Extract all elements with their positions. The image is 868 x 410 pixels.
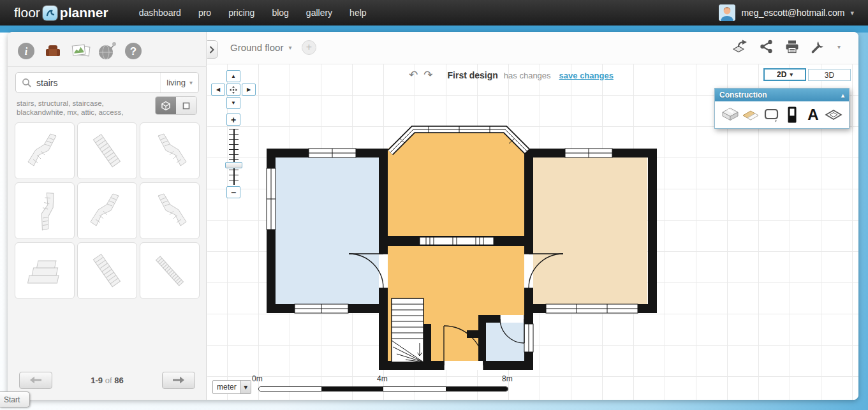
text-tool[interactable]: A xyxy=(804,104,823,126)
app-logo[interactable]: floor planner xyxy=(14,5,108,20)
view-3d-toggle[interactable] xyxy=(156,97,176,114)
pagination-of: of xyxy=(105,376,112,385)
export-icon[interactable] xyxy=(732,40,747,54)
view-3d-label: 3D xyxy=(825,71,834,80)
library-tabs: i ? xyxy=(17,37,143,65)
view-3d-button[interactable]: 3D xyxy=(808,69,851,81)
room-tool[interactable] xyxy=(721,104,740,126)
chevron-down-icon: ▾ xyxy=(790,71,793,78)
window xyxy=(546,304,638,313)
search-tags[interactable]: stairs, structural, staircase, blackandw… xyxy=(17,99,147,117)
stair-thumbnail-winder-left[interactable] xyxy=(15,122,75,179)
floor-selector[interactable]: Ground floor ▾ xyxy=(230,42,291,53)
room-left[interactable] xyxy=(271,153,383,309)
nav-dashboard[interactable]: dashboard xyxy=(139,8,181,18)
design-canvas: Ground floor ▾ + ▾ xyxy=(207,32,858,400)
search-icon xyxy=(22,78,32,88)
app-logo-icon xyxy=(43,6,57,20)
door-tool[interactable] xyxy=(783,104,802,126)
top-navbar: floor planner dashboard pro pricing blog… xyxy=(0,0,868,26)
info-icon[interactable]: i xyxy=(17,41,36,61)
nav-pro[interactable]: pro xyxy=(198,8,211,18)
stair-thumbnail-wide[interactable] xyxy=(15,242,75,299)
category-value: living xyxy=(166,78,186,87)
zoom-in-button[interactable]: + xyxy=(226,113,240,126)
window xyxy=(295,304,348,313)
pan-center-button[interactable] xyxy=(226,84,240,96)
scale-label-0: 0m xyxy=(252,374,263,383)
stairs[interactable] xyxy=(392,298,423,362)
view-2d-button[interactable]: 2D ▾ xyxy=(763,68,806,81)
stair-thumbnail-straight[interactable] xyxy=(77,122,137,179)
pan-right-button[interactable]: ▶ xyxy=(242,84,256,96)
svg-text:?: ? xyxy=(130,45,136,57)
stair-thumbnail-winder-right[interactable] xyxy=(140,122,200,179)
settings-wrench-icon[interactable] xyxy=(811,40,825,54)
more-actions-dropdown[interactable]: ▾ xyxy=(837,43,841,50)
save-changes-link[interactable]: save changes xyxy=(559,71,614,80)
undo-icon[interactable]: ↶ xyxy=(409,70,418,81)
pan-zoom-controls: ▲ ◀ ▶ ▼ + − xyxy=(211,70,257,204)
dimension-tool[interactable] xyxy=(824,104,843,126)
pan-left-button[interactable]: ◀ xyxy=(211,84,225,96)
pagination-label: 1-9 of 86 xyxy=(8,376,207,385)
start-button[interactable]: Start xyxy=(0,392,30,407)
nav-gallery[interactable]: gallery xyxy=(306,8,332,18)
print-icon[interactable] xyxy=(785,40,799,54)
thumbnail-view-toggle xyxy=(155,96,197,115)
furniture-icon[interactable] xyxy=(43,41,63,61)
room-top-middle[interactable] xyxy=(383,128,529,240)
account-menu[interactable]: meg_escott@hotmail.com ▾ xyxy=(719,0,854,26)
pagination-range: 1-9 xyxy=(91,376,103,385)
globe-icon[interactable] xyxy=(97,41,116,61)
nav-help[interactable]: help xyxy=(349,8,366,18)
window xyxy=(309,149,356,157)
room-wc[interactable] xyxy=(482,323,524,363)
window xyxy=(565,149,612,157)
window xyxy=(267,168,276,230)
sidebar-collapse-pill[interactable] xyxy=(207,40,218,59)
chevron-right-icon xyxy=(209,46,214,54)
floor-name: Ground floor xyxy=(230,42,283,53)
floor-plan[interactable] xyxy=(261,113,657,376)
avatar xyxy=(719,4,735,21)
stair-thumbnail-winder-left[interactable] xyxy=(77,182,137,239)
pan-down-button[interactable]: ▼ xyxy=(226,97,240,109)
scale-label-4: 4m xyxy=(377,374,388,383)
chevron-down-icon: ▾ xyxy=(189,79,193,86)
help-icon[interactable]: ? xyxy=(124,41,143,61)
design-status-message: has changes xyxy=(504,71,551,80)
unit-dropdown[interactable]: meter ▾ xyxy=(212,380,251,394)
scale-label-8: 8m xyxy=(502,374,513,383)
share-icon[interactable] xyxy=(760,40,773,54)
window-tool[interactable] xyxy=(762,104,781,126)
scale-bar-segment xyxy=(446,387,508,391)
add-floor-button[interactable]: + xyxy=(302,40,316,55)
construction-panel-header[interactable]: Construction ▴ xyxy=(715,89,849,101)
nav-blog[interactable]: blog xyxy=(272,8,288,18)
window xyxy=(524,324,533,352)
chevron-down-icon: ▾ xyxy=(288,44,291,51)
zoom-slider-track[interactable] xyxy=(233,129,235,185)
view-2d-toggle[interactable] xyxy=(176,97,196,114)
library-sidebar: i ? living ▾ sta xyxy=(8,32,207,400)
zoom-slider-handle[interactable] xyxy=(225,162,242,168)
stair-thumbnail-thin[interactable] xyxy=(140,242,200,299)
stair-thumbnail-s-winder[interactable] xyxy=(15,182,75,239)
drawing-grid[interactable]: ↶ ↷ First design has changes save change… xyxy=(207,64,858,400)
stair-thumbnail-straight[interactable] xyxy=(77,242,137,299)
redo-icon[interactable]: ↷ xyxy=(423,70,432,81)
logo-text-floor: floor xyxy=(14,5,40,20)
pan-up-button[interactable]: ▲ xyxy=(226,70,240,82)
nav-pricing[interactable]: pricing xyxy=(228,8,254,18)
pagination-total: 86 xyxy=(114,376,123,385)
stair-thumbnail-winder-right[interactable] xyxy=(140,182,200,239)
surface-tool[interactable] xyxy=(741,104,760,126)
images-icon[interactable] xyxy=(70,41,89,61)
room-right[interactable] xyxy=(529,153,647,309)
collapse-up-icon: ▴ xyxy=(841,92,844,99)
zoom-out-button[interactable]: − xyxy=(226,186,240,198)
search-input[interactable] xyxy=(36,78,160,88)
category-dropdown[interactable]: living ▾ xyxy=(160,73,198,92)
divider xyxy=(8,66,207,67)
